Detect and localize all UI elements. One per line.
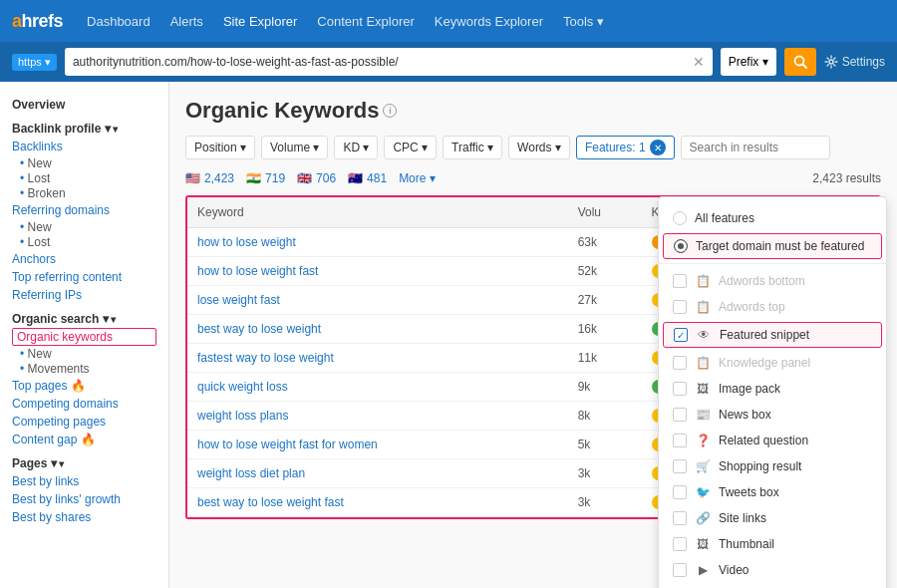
dropdown-thumbnail[interactable]: 🖼 Thumbnail [659, 531, 886, 557]
search-results-input[interactable] [681, 136, 830, 159]
sidebar-backlinks[interactable]: Backlinks [12, 138, 156, 155]
dropdown-all-features[interactable]: All features [659, 205, 886, 231]
dropdown-site-links[interactable]: 🔗 Site links [659, 505, 886, 531]
settings-button[interactable]: Settings [824, 55, 885, 69]
sidebar-section-pages: Pages ▾ Best by links Best by links' gro… [0, 452, 168, 530]
nav-content-explorer[interactable]: Content Explorer [309, 10, 423, 33]
cb-site-links [673, 511, 687, 525]
keyword-link[interactable]: best way to lose weight fast [197, 495, 344, 509]
dropdown-image-pack[interactable]: 🖼 Image pack [659, 376, 886, 402]
keyword-cell: how to lose weight fast [187, 257, 568, 286]
nav-keywords-explorer[interactable]: Keywords Explorer [427, 10, 551, 33]
col-volume[interactable]: Volu [568, 197, 642, 228]
filter-features[interactable]: Features: 1 ✕ [576, 136, 675, 159]
volume-cell: 3k [568, 488, 642, 517]
nav-alerts[interactable]: Alerts [162, 10, 211, 33]
sidebar-overview[interactable]: Overview [12, 98, 156, 112]
stat-us[interactable]: 🇺🇸 2,423 [185, 171, 234, 185]
keyword-link[interactable]: quick weight loss [197, 380, 288, 394]
sidebar-section-organic: Organic search ▾ Organic keywords New Mo… [0, 308, 168, 452]
url-bar: https ▾ ✕ Prefix ▾ Settings [0, 42, 897, 82]
nav-dashboard[interactable]: Dashboard [79, 10, 158, 33]
url-input-wrap: ✕ [65, 48, 713, 76]
nav-tools[interactable]: Tools ▾ [555, 10, 612, 33]
sidebar-backlink-profile[interactable]: Backlink profile ▾ [12, 122, 156, 136]
cb-thumbnail [673, 537, 687, 551]
filter-cpc[interactable]: CPC ▾ [384, 136, 437, 159]
dropdown-video[interactable]: ▶ Video [659, 557, 886, 583]
search-button[interactable] [784, 48, 816, 76]
nav-site-explorer[interactable]: Site Explorer [215, 10, 305, 33]
features-dropdown: All features Target domain must be featu… [658, 196, 887, 588]
sidebar-competing-pages[interactable]: Competing pages [12, 413, 156, 431]
dropdown-news-box[interactable]: 📰 News box [659, 402, 886, 428]
adwords-top-icon: 📋 [695, 300, 711, 314]
sidebar-anchors[interactable]: Anchors [12, 250, 156, 268]
dropdown-featured-snippet[interactable]: 👁 Featured snippet [663, 322, 882, 348]
keyword-link[interactable]: weight loss plans [197, 409, 288, 423]
sidebar-pages[interactable]: Pages ▾ [12, 456, 156, 470]
volume-cell: 8k [568, 402, 642, 431]
keyword-cell: how to lose weight fast for women [187, 431, 568, 459]
keyword-link[interactable]: fastest way to lose weight [197, 351, 334, 365]
filter-volume[interactable]: Volume ▾ [261, 136, 328, 159]
sidebar-organic-keywords[interactable]: Organic keywords [12, 328, 156, 346]
sidebar-organic-new[interactable]: New [12, 347, 156, 361]
stat-au[interactable]: 🇦🇺 481 [348, 171, 387, 185]
shopping-result-icon: 🛒 [695, 459, 711, 473]
volume-cell: 52k [568, 257, 642, 286]
sidebar-referring-lost[interactable]: Lost [12, 235, 156, 249]
adwords-bottom-icon: 📋 [695, 274, 711, 288]
volume-cell: 11k [568, 344, 642, 373]
keyword-link[interactable]: weight loss diet plan [197, 466, 305, 480]
keyword-link[interactable]: best way to lose weight [197, 322, 321, 336]
volume-cell: 9k [568, 373, 642, 402]
volume-cell: 27k [568, 286, 642, 315]
sidebar-referring-new[interactable]: New [12, 220, 156, 234]
all-features-label: All features [695, 211, 754, 225]
sidebar-best-links[interactable]: Best by links [12, 472, 156, 490]
dropdown-target-featured[interactable]: Target domain must be featured [663, 233, 882, 259]
sidebar-backlinks-lost[interactable]: Lost [12, 171, 156, 185]
filter-position[interactable]: Position ▾ [185, 136, 255, 159]
sidebar-top-referring[interactable]: Top referring content [12, 268, 156, 286]
sidebar-best-shares[interactable]: Best by shares [12, 508, 156, 526]
dropdown-knowledge-panel: 📋 Knowledge panel [659, 350, 886, 376]
stat-gb[interactable]: 🇬🇧 706 [297, 171, 336, 185]
sidebar-content-gap[interactable]: Content gap 🔥 [12, 431, 156, 448]
filter-traffic[interactable]: Traffic ▾ [443, 136, 502, 159]
col-keyword[interactable]: Keyword [187, 197, 568, 228]
sidebar-backlinks-broken[interactable]: Broken [12, 186, 156, 200]
filter-kd[interactable]: KD ▾ [334, 136, 378, 159]
protocol-selector[interactable]: https ▾ [12, 54, 57, 71]
url-input[interactable] [73, 55, 693, 69]
sidebar-best-links-growth[interactable]: Best by links' growth [12, 490, 156, 508]
news-box-label: News box [719, 408, 771, 422]
sidebar-referring-domains[interactable]: Referring domains [12, 201, 156, 219]
thumbnail-icon: 🖼 [695, 537, 711, 551]
sidebar-organic-search[interactable]: Organic search ▾ [12, 312, 156, 326]
keyword-link[interactable]: how to lose weight fast for women [197, 438, 378, 451]
features-clear-button[interactable]: ✕ [650, 140, 666, 155]
info-icon[interactable]: i [383, 104, 397, 118]
clear-url-icon[interactable]: ✕ [693, 54, 705, 70]
cb-image-pack [673, 382, 687, 396]
news-box-icon: 📰 [695, 408, 711, 422]
cb-knowledge-panel [673, 356, 687, 370]
filter-words[interactable]: Words ▾ [508, 136, 570, 159]
keyword-link[interactable]: how to lose weight [197, 235, 296, 249]
dropdown-related-question[interactable]: ❓ Related question [659, 428, 886, 453]
sidebar-competing-domains[interactable]: Competing domains [12, 395, 156, 413]
stat-in[interactable]: 🇮🇳 719 [246, 171, 285, 185]
adwords-top-label: Adwords top [719, 300, 785, 314]
sidebar-organic-movements[interactable]: Movements [12, 362, 156, 376]
prefix-dropdown[interactable]: Prefix ▾ [721, 48, 776, 76]
sidebar-backlinks-new[interactable]: New [12, 156, 156, 170]
keyword-link[interactable]: how to lose weight fast [197, 264, 318, 278]
sidebar-top-pages[interactable]: Top pages 🔥 [12, 377, 156, 395]
dropdown-shopping-result[interactable]: 🛒 Shopping result [659, 453, 886, 479]
more-countries-button[interactable]: More ▾ [399, 171, 436, 185]
dropdown-tweets-box[interactable]: 🐦 Tweets box [659, 479, 886, 505]
keyword-link[interactable]: lose weight fast [197, 293, 280, 307]
sidebar-referring-ips[interactable]: Referring IPs [12, 286, 156, 304]
